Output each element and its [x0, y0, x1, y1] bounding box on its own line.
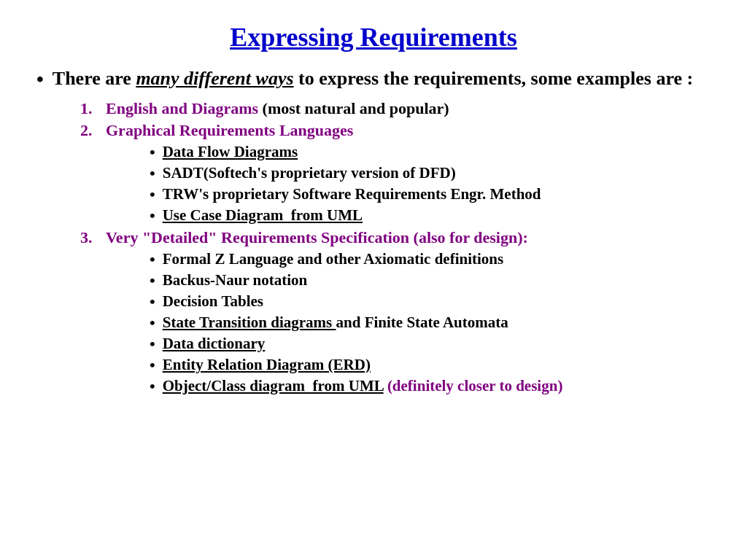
list-item-1: 1. English and Diagrams (most natural an…: [80, 99, 711, 118]
sub-bullet-3-7: • Object/Class diagram from UML (definit…: [150, 377, 711, 396]
number-2: 2.: [80, 121, 106, 140]
sub-bullet-3-3: • Decision Tables: [150, 292, 711, 311]
sub-bullet-dot: •: [150, 206, 155, 225]
numbered-list: 1. English and Diagrams (most natural an…: [80, 99, 711, 396]
sub-bullet-2-1-text: Data Flow Diagrams: [163, 143, 298, 161]
item-1-text: English and Diagrams (most natural and p…: [106, 99, 449, 118]
sub-bullet-dot: •: [150, 335, 155, 354]
sub-bullet-3-5-text: Data dictionary: [163, 335, 266, 353]
sub-bullet-dot: •: [150, 314, 155, 332]
item-3-text: Very "Detailed" Requirements Specificati…: [106, 228, 528, 247]
slide-container: Expressing Requirements • There are many…: [36, 22, 711, 396]
sub-bullets-2: • Data Flow Diagrams • SADT(Softech's pr…: [150, 143, 711, 225]
sub-bullets-3: • Formal Z Language and other Axiomatic …: [150, 250, 711, 396]
sub-bullet-3-1-text: Formal Z Language and other Axiomatic de…: [163, 250, 503, 268]
sub-bullet-3-5: • Data dictionary: [150, 335, 711, 354]
sub-bullet-3-7-text: Object/Class diagram from UML (definitel…: [163, 377, 563, 395]
item-1-black: (most natural and popular): [258, 99, 449, 117]
sub-bullet-3-4-text: State Transition diagrams and Finite Sta…: [163, 314, 508, 332]
slide-title: Expressing Requirements: [36, 22, 711, 52]
sub-bullet-3-7-purple: (definitely closer to design): [384, 377, 563, 394]
sub-bullet-3-6-text: Entity Relation Diagram (ERD): [163, 356, 371, 374]
sub-bullet-3-6: • Entity Relation Diagram (ERD): [150, 356, 711, 375]
main-bullet-text: There are many different ways to express…: [53, 67, 693, 91]
sub-bullet-dot: •: [150, 250, 155, 269]
sub-bullet-dot: •: [150, 377, 155, 396]
sub-bullet-dot: •: [150, 164, 155, 183]
list-item-3: 3. Very "Detailed" Requirements Specific…: [80, 228, 711, 247]
main-bullet: • There are many different ways to expre…: [36, 67, 711, 92]
sub-bullet-3-1: • Formal Z Language and other Axiomatic …: [150, 250, 711, 269]
sub-bullet-2-2-text: SADT(Softech's proprietary version of DF…: [163, 164, 456, 182]
sub-bullet-dot: •: [150, 185, 155, 204]
sub-bullet-2-3: • TRW's proprietary Software Requirement…: [150, 185, 711, 204]
sub-bullet-dot: •: [150, 356, 155, 375]
main-bullet-dot: •: [36, 67, 44, 92]
sub-bullet-dot: •: [150, 143, 155, 162]
main-content: • There are many different ways to expre…: [36, 67, 711, 396]
sub-bullet-dot: •: [150, 292, 155, 311]
sub-bullet-dot: •: [150, 271, 155, 290]
sub-bullet-2-3-text: TRW's proprietary Software Requirements …: [163, 185, 541, 203]
number-3: 3.: [80, 228, 106, 247]
item-1-purple: English and Diagrams: [106, 99, 258, 117]
sub-bullet-2-4-text: Use Case Diagram from UML: [163, 206, 363, 225]
list-item-2: 2. Graphical Requirements Languages: [80, 121, 711, 140]
sub-bullet-3-3-text: Decision Tables: [163, 292, 263, 311]
number-1: 1.: [80, 99, 106, 118]
sub-bullet-3-2-text: Backus-Naur notation: [163, 271, 308, 289]
sub-bullet-2-4: • Use Case Diagram from UML: [150, 206, 711, 225]
italic-phrase: many different ways: [136, 68, 293, 89]
sub-bullet-3-4: • State Transition diagrams and Finite S…: [150, 314, 711, 332]
sub-bullet-2-2: • SADT(Softech's proprietary version of …: [150, 164, 711, 183]
item-2-purple: Graphical Requirements Languages: [106, 121, 353, 139]
sub-bullet-2-1: • Data Flow Diagrams: [150, 143, 711, 162]
item-3-black: (also for design):: [409, 228, 528, 246]
item-2-text: Graphical Requirements Languages: [106, 121, 353, 140]
item-3-purple: Very "Detailed" Requirements Specificati…: [106, 228, 409, 246]
sub-bullet-3-2: • Backus-Naur notation: [150, 271, 711, 290]
